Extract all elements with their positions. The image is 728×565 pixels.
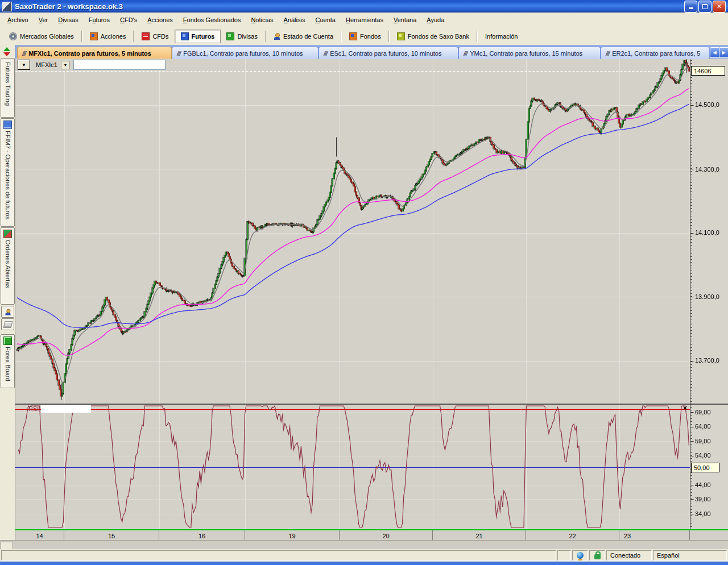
toolbar-separator [265, 31, 266, 42]
rsi-label-box [41, 405, 91, 413]
symbol-dropdown-button[interactable]: ▼ [61, 61, 70, 69]
chart-tab-icon [177, 50, 180, 57]
sidebar-tab-forex-board[interactable]: Forex Board [1, 334, 15, 388]
toolbar-label: Futuros [192, 33, 215, 40]
tab-label: ESc1, Contrato para futuros, 10 minutos [330, 50, 441, 57]
menu-ventana[interactable]: Ventana [388, 15, 421, 25]
toolbar-informacion[interactable]: Información [479, 30, 523, 43]
menu-noticias[interactable]: Noticias [246, 15, 278, 25]
toolbar-separator [341, 31, 342, 42]
menu-herramientas[interactable]: Herramientas [341, 15, 388, 25]
toolbar-fondos[interactable]: Fondos [344, 30, 387, 43]
symbol-search-input[interactable] [73, 60, 166, 70]
rsi-close-icon[interactable]: × [683, 404, 687, 412]
menu-divisas[interactable]: Divisas [53, 15, 83, 25]
tab-er2c1[interactable]: ER2c1, Contrato para futuros, 5 [601, 47, 710, 59]
chart-tab-icon [464, 50, 467, 57]
news-icon [3, 321, 13, 328]
forex-board-icon [3, 336, 12, 345]
price-tick-label: 13.900,0 [695, 293, 719, 300]
close-button[interactable]: ✕ [713, 1, 726, 13]
menu-futuros[interactable]: Futuros [84, 15, 115, 25]
rsi-tick-label: 54,00 [695, 452, 711, 459]
toolbar-separator [133, 31, 134, 42]
price-tick-label: 14.500,0 [695, 101, 719, 108]
window-title: SaxoTrader 2 - workspace.ok.3 [15, 2, 123, 11]
rsi-tick-label: 59,00 [695, 438, 711, 444]
network-globe-icon [577, 552, 584, 559]
sidebar-tab-label: Futures Trading [5, 62, 11, 106]
toolbar-acciones[interactable]: Acciones [84, 30, 132, 43]
scroll-thumb[interactable] [1, 542, 13, 550]
menu-fondos-gestionados[interactable]: Fondos Gestionados [178, 15, 246, 25]
sidebar-account-button[interactable] [1, 306, 14, 318]
menu-archivo[interactable]: Archivo [2, 15, 34, 25]
tab-label: YMc1, Contrato para futuros, 15 minutos [470, 50, 582, 57]
tab-label: FGBLc1, Contrato para futuros, 10 minuto… [183, 50, 303, 57]
toolbar-futuros[interactable]: Futuros [175, 30, 221, 43]
status-panel-empty [1, 550, 556, 560]
current-price-box: 14606 [691, 66, 725, 76]
stocks-icon [90, 32, 98, 40]
toolbar-label: Mercados Globales [20, 33, 74, 40]
status-panel-network [572, 550, 588, 560]
cfd-icon [142, 32, 150, 40]
rsi-tick-label: 69,00 [695, 409, 711, 416]
sidebar-news-button[interactable] [1, 318, 14, 330]
tab-ymc1[interactable]: YMc1, Contrato para futuros, 15 minutos [458, 47, 601, 59]
chart-tab-bar: MFXIc1, Contrato para futuros, 5 minutos… [0, 45, 728, 59]
price-rsi-chart-canvas[interactable] [0, 0, 728, 565]
sidebar-tab-ordenes-abiertas[interactable]: Ordenes Abiertas [1, 227, 15, 305]
chart-menu-dropdown-button[interactable]: ▼ [18, 60, 30, 70]
futures-icon [181, 32, 189, 40]
tab-fgblc1[interactable]: FGBLc1, Contrato para futuros, 10 minuto… [172, 47, 318, 59]
sidebar-tab-label: FFIM7 - Operaciones de futuros [5, 131, 11, 219]
module-sidebar: Futures Trading FFIM7 - Operaciones de f… [0, 45, 15, 540]
tab-scroll-left-button[interactable]: ◀ [710, 47, 719, 58]
fx-icon [226, 32, 234, 40]
toolbar-label: Divisas [237, 33, 257, 40]
saxotrader-window: SaxoTrader 2 - workspace.ok.3 ✕ Archivo … [0, 0, 728, 565]
account-icon [274, 33, 280, 40]
menu-bar: Archivo Ver Divisas Futuros CFD's Accion… [0, 13, 728, 28]
toolbar-fondos-saxo-bank[interactable]: Fondos de Saxo Bank [391, 30, 475, 43]
sidebar-tab-ffim7[interactable]: FFIM7 - Operaciones de futuros [1, 118, 15, 227]
sidebar-tab-futures-trading[interactable]: Futures Trading [1, 58, 15, 118]
restore-button[interactable] [698, 1, 712, 13]
minimize-button[interactable] [684, 1, 697, 13]
menu-cfds[interactable]: CFD's [115, 15, 142, 25]
rsi-tick-label: 34,00 [695, 510, 711, 517]
chart-tab-icon [22, 50, 26, 57]
title-bar[interactable]: SaxoTrader 2 - workspace.ok.3 ✕ [0, 0, 728, 13]
toolbar-estado-de-cuenta[interactable]: Estado de Cuenta [268, 30, 339, 43]
toolbar-divisas[interactable]: Divisas [221, 30, 263, 43]
toolbar-cfds[interactable]: CFDs [136, 30, 174, 43]
tab-mfxic1[interactable]: MFXIc1, Contrato para futuros, 5 minutos [17, 47, 172, 59]
tab-esc1[interactable]: ESc1, Contrato para futuros, 10 minutos [318, 47, 458, 59]
toolbar-label: Fondos [360, 33, 381, 40]
status-bar: Conectado Español [0, 549, 728, 562]
rsi-middle-level-box: 50,00 [691, 463, 719, 472]
menu-acciones[interactable]: Acciones [142, 15, 178, 25]
funds-icon [349, 32, 357, 40]
menu-ayuda[interactable]: Ayuda [421, 15, 449, 25]
padlock-icon [594, 554, 601, 559]
chart-scroll-strip[interactable] [0, 540, 728, 550]
toolbar-label: Acciones [101, 33, 126, 40]
tab-scroll-right-button[interactable]: ▶ [719, 47, 728, 58]
toolbar-mercados-globales[interactable]: Mercados Globales [3, 30, 80, 43]
toolbar-label: CFDs [152, 33, 168, 40]
status-panel-empty [557, 550, 571, 560]
menu-analisis[interactable]: Análisis [279, 15, 311, 25]
rsi-tick-label: 44,00 [695, 481, 711, 488]
menu-ver[interactable]: Ver [34, 15, 53, 25]
rsi-tick-label: 64,00 [695, 423, 711, 430]
symbol-label: MFXIc1 [36, 61, 57, 68]
app-icon [2, 2, 12, 11]
toolbar-label: Fondos de Saxo Bank [408, 33, 469, 40]
connection-status: Conectado [606, 550, 652, 560]
menu-cuenta[interactable]: Cuenta [310, 15, 340, 25]
taskbar-edge [0, 562, 728, 565]
price-tick-label: 14.100,0 [695, 229, 719, 236]
toolbar-separator [81, 31, 82, 42]
